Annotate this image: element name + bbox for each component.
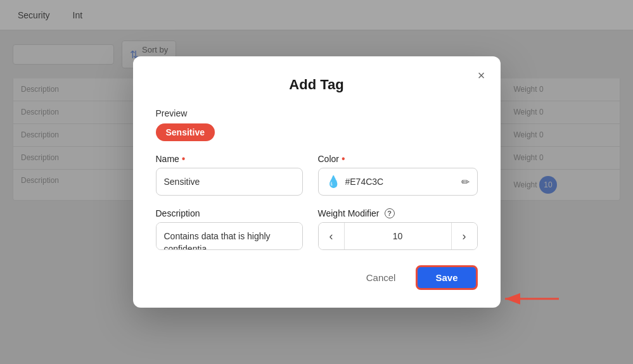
description-textarea[interactable]: Contains data that is highly confidentia xyxy=(156,222,303,250)
color-required-dot: • xyxy=(342,154,345,164)
color-input-wrapper[interactable]: 💧 ✏ xyxy=(318,168,478,196)
name-label: Name • xyxy=(156,154,303,164)
save-button[interactable]: Save xyxy=(416,265,477,290)
weight-modifier-label: Weight Modifier ? xyxy=(318,208,478,218)
color-field-group: Color • 💧 ✏ xyxy=(318,154,478,196)
color-drop-icon: 💧 xyxy=(326,175,340,189)
modal-title: Add Tag xyxy=(156,77,478,93)
name-field-group: Name • xyxy=(156,154,303,196)
weight-modifier-control: ‹ 10 › xyxy=(318,222,478,250)
red-arrow-indicator xyxy=(499,289,562,308)
weight-value-display: 10 xyxy=(344,223,452,249)
weight-decrement-button[interactable]: ‹ xyxy=(319,223,344,249)
modal-overlay: × Add Tag Preview Sensitive Name • Color… xyxy=(0,0,633,364)
modal-close-button[interactable]: × xyxy=(475,66,488,84)
color-label: Color • xyxy=(318,154,478,164)
cancel-button[interactable]: Cancel xyxy=(356,267,406,288)
preview-section: Preview Sensitive xyxy=(156,108,478,141)
weight-help-icon[interactable]: ? xyxy=(385,208,395,218)
modal-footer: Cancel Save xyxy=(156,265,478,290)
form-grid: Name • Color • 💧 ✏ Description xyxy=(156,154,478,250)
weight-modifier-group: Weight Modifier ? ‹ 10 › xyxy=(318,208,478,250)
description-label: Description xyxy=(156,208,303,218)
weight-increment-button[interactable]: › xyxy=(452,223,477,249)
name-required-dot: • xyxy=(182,154,186,164)
preview-label: Preview xyxy=(156,108,478,118)
tag-preview-badge: Sensitive xyxy=(156,123,215,141)
name-input[interactable] xyxy=(156,168,303,196)
add-tag-modal: × Add Tag Preview Sensitive Name • Color… xyxy=(133,56,501,308)
eyedropper-icon[interactable]: ✏ xyxy=(461,176,470,188)
description-field-group: Description Contains data that is highly… xyxy=(156,208,303,250)
color-text-input[interactable] xyxy=(345,177,456,187)
